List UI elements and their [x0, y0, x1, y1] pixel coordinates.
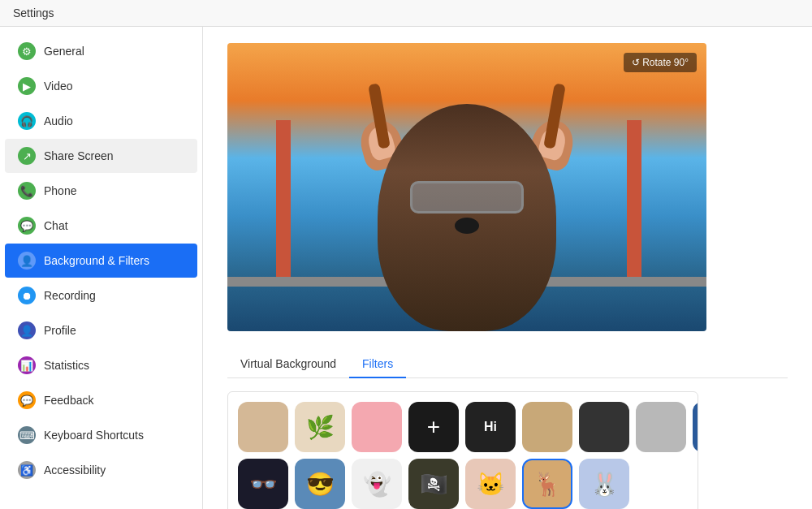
filter-emoji-f14-cat: 🐱	[477, 471, 505, 498]
sidebar-icon-video: ▶	[18, 77, 36, 95]
sidebar-label-feedback: Feedback	[44, 394, 93, 407]
tabs-container: Virtual BackgroundFilters	[227, 351, 788, 378]
sidebar-icon-background: 👤	[18, 252, 36, 270]
sidebar-label-share-screen: Share Screen	[44, 149, 114, 162]
filter-emoji-f10-3d: 👓	[249, 471, 278, 498]
filter-item-f8[interactable]	[636, 402, 686, 452]
sidebar-item-phone[interactable]: 📞 Phone	[5, 174, 197, 208]
sidebar-icon-accessibility: ♿	[18, 461, 36, 479]
sidebar-item-background[interactable]: 👤 Background & Filters	[5, 244, 197, 278]
sidebar-label-general: General	[44, 45, 84, 58]
main-container: ⚙ General ▶ Video 🎧 Audio ↗ Share Screen…	[0, 27, 812, 509]
sidebar-item-keyboard[interactable]: ⌨ Keyboard Shortcuts	[5, 418, 197, 452]
sidebar-icon-recording: ⏺	[18, 287, 36, 304]
filter-emoji-f16-bunny: 🐰	[590, 471, 619, 498]
filters-grid: 🌿+Hi🥽👓😎👻🏴‍☠️🐱🦌🐰	[227, 391, 698, 509]
content-area: ↺ Rotate 90° Virtual BackgroundFilters 🌿…	[203, 27, 812, 509]
sidebar-item-audio[interactable]: 🎧 Audio	[5, 104, 197, 138]
sidebar-item-statistics[interactable]: 📊 Statistics	[5, 348, 197, 382]
sidebar-icon-feedback: 💬	[18, 391, 36, 409]
title-bar-text: Settings	[13, 6, 54, 19]
filter-item-f11-cool[interactable]: 😎	[295, 459, 345, 509]
rotate-button[interactable]: ↺ Rotate 90°	[624, 53, 697, 72]
filter-item-f10-3d[interactable]: 👓	[238, 459, 288, 509]
video-preview: ↺ Rotate 90°	[227, 43, 706, 331]
sidebar-label-profile: Profile	[44, 324, 76, 337]
filter-emoji-f12-ghost: 👻	[363, 471, 391, 498]
sidebar-icon-general: ⚙	[18, 42, 36, 60]
sidebar-icon-keyboard: ⌨	[18, 426, 36, 444]
filter-item-f16-bunny[interactable]: 🐰	[579, 459, 629, 509]
filter-item-f12-ghost[interactable]: 👻	[352, 459, 402, 509]
filter-item-f15-deer[interactable]: 🦌	[522, 459, 572, 509]
glasses-filter	[410, 181, 524, 214]
sidebar-item-recording[interactable]: ⏺ Recording	[5, 278, 197, 313]
filter-item-f7[interactable]	[579, 402, 629, 452]
sidebar-icon-audio: 🎧	[18, 112, 36, 130]
sidebar-icon-share-screen: ↗	[18, 147, 36, 165]
person-area	[337, 71, 597, 331]
filter-item-f3[interactable]	[352, 402, 402, 452]
filter-item-f14-cat[interactable]: 🐱	[465, 459, 516, 509]
sidebar-label-keyboard: Keyboard Shortcuts	[44, 429, 144, 442]
filter-emoji-f15-deer: 🦌	[533, 471, 562, 498]
filter-emoji-f13-pirate: 🏴‍☠️	[420, 471, 448, 498]
sidebar: ⚙ General ▶ Video 🎧 Audio ↗ Share Screen…	[0, 27, 203, 509]
sidebar-label-phone: Phone	[44, 184, 76, 197]
sidebar-icon-profile: 👤	[18, 321, 36, 339]
filter-emoji-f11-cool: 😎	[306, 471, 335, 498]
sidebar-item-profile[interactable]: 👤 Profile	[5, 313, 197, 347]
nose-filter	[455, 218, 479, 234]
filter-item-f13-pirate[interactable]: 🏴‍☠️	[408, 459, 459, 509]
sidebar-item-general[interactable]: ⚙ General	[5, 34, 197, 68]
sidebar-icon-chat: 💬	[18, 217, 36, 235]
bridge-tower-right	[627, 120, 641, 283]
sidebar-item-chat[interactable]: 💬 Chat	[5, 209, 197, 243]
sidebar-label-audio: Audio	[44, 114, 73, 127]
filter-item-f1[interactable]	[238, 402, 288, 452]
title-bar: Settings	[0, 0, 812, 27]
plus-icon: +	[427, 414, 440, 440]
filter-item-f4[interactable]: +	[408, 402, 459, 452]
filter-item-f9-vr[interactable]: 🥽	[693, 402, 698, 452]
sidebar-icon-statistics: 📊	[18, 356, 36, 374]
filter-emoji-f2: 🌿	[306, 414, 335, 441]
sidebar-item-video[interactable]: ▶ Video	[5, 69, 197, 103]
sidebar-label-chat: Chat	[44, 219, 68, 232]
filter-item-f5[interactable]: Hi	[465, 402, 516, 452]
sidebar-label-background: Background & Filters	[44, 254, 149, 267]
bridge-tower-left	[276, 120, 291, 283]
sidebar-label-video: Video	[44, 80, 73, 93]
tab-virtual-bg[interactable]: Virtual Background	[227, 351, 349, 378]
filters-wrapper: 🌿+Hi🥽👓😎👻🏴‍☠️🐱🦌🐰	[227, 391, 698, 509]
sidebar-label-accessibility: Accessibility	[44, 464, 106, 477]
filter-item-f6[interactable]	[522, 402, 572, 452]
sidebar-icon-phone: 📞	[18, 182, 36, 200]
sidebar-item-share-screen[interactable]: ↗ Share Screen	[5, 139, 197, 173]
sidebar-item-feedback[interactable]: 💬 Feedback	[5, 383, 197, 417]
person-face	[378, 104, 556, 331]
filter-item-f2[interactable]: 🌿	[295, 402, 345, 452]
tab-filters[interactable]: Filters	[349, 351, 406, 378]
sidebar-item-accessibility[interactable]: ♿ Accessibility	[5, 453, 197, 487]
sidebar-label-recording: Recording	[44, 289, 96, 302]
hi-text: Hi	[484, 420, 497, 434]
sidebar-label-statistics: Statistics	[44, 359, 89, 372]
